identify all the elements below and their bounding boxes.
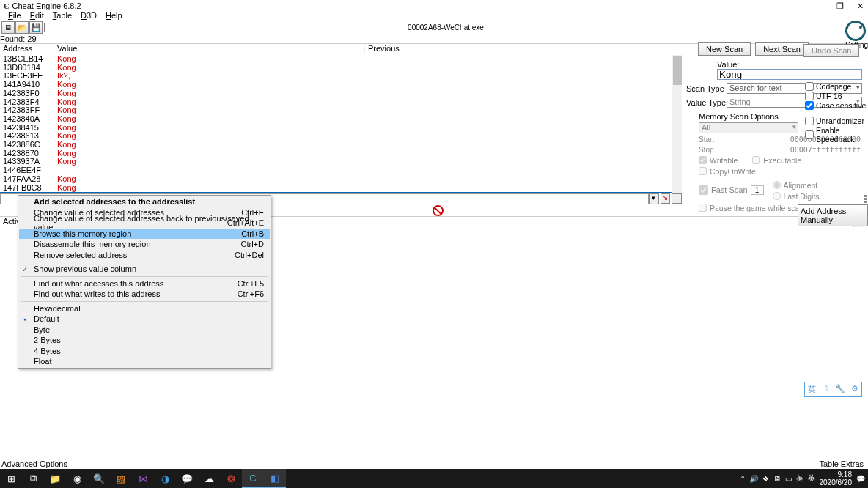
result-row[interactable]: 141A9410Kong (0, 81, 682, 89)
add-address-manually-button[interactable]: Add Address Manually (798, 204, 868, 226)
scan-value-input[interactable] (717, 69, 862, 80)
red-icon[interactable]: ❂ (220, 469, 242, 488)
ctx-float[interactable]: Float (19, 356, 270, 367)
ctx-find-writes[interactable]: Find out what writes to this addressCtrl… (19, 289, 270, 300)
other-app-icon[interactable]: ◧ (264, 469, 286, 488)
next-scan-button[interactable]: Next Scan (755, 42, 809, 56)
advanced-options[interactable]: Advanced Options (1, 459, 67, 469)
pause-check[interactable] (699, 204, 707, 212)
ctx-find-accesses[interactable]: Find out what accesses this addressCtrl+… (19, 278, 270, 289)
explorer-icon[interactable]: 📁 (44, 469, 66, 488)
close-button[interactable]: ✕ (857, 1, 864, 11)
dingtalk-icon[interactable]: ◑ (154, 469, 176, 488)
result-row[interactable]: 13BCEB14Kong (0, 55, 682, 64)
window-title: Cheat Engine 6.8.2 (12, 1, 81, 10)
case-sensitive-check[interactable] (805, 101, 814, 110)
process-display: 00002A68-WeChat.exe (44, 23, 847, 32)
tray-chevron-icon[interactable]: ^ (741, 475, 745, 483)
result-row[interactable]: 14238415Kong (0, 124, 682, 133)
maximize-button[interactable]: ❐ (836, 1, 844, 11)
tray-clock[interactable]: 9:182020/6/20 (820, 470, 853, 487)
result-row[interactable]: 1433937AKong (0, 158, 682, 166)
mso-combo[interactable]: All (699, 122, 798, 133)
fastscan-check[interactable] (699, 185, 708, 195)
side-grip[interactable] (864, 195, 867, 204)
moon-icon: ☽ (822, 384, 829, 395)
tray-net-icon[interactable]: ❖ (762, 475, 769, 483)
ctx-change-value-back[interactable]: Change value of selected addresses back … (19, 218, 270, 229)
result-row[interactable]: 147FB0C8Kong (0, 184, 682, 193)
menu-table[interactable]: Table (48, 11, 76, 21)
speedhack-check[interactable] (805, 130, 814, 139)
result-row[interactable]: 142383FFKong (0, 106, 682, 115)
taskbar: ⊞ ⧉ 📁 ◉ 🔍 ▨ ⋈ ◑ 💬 ☁ ❂ Є ◧ ^ 🔊 ❖ 🖥 ▭ 英 英 … (0, 469, 868, 488)
cheatengine-taskbar-icon[interactable]: Є (242, 469, 264, 488)
search-icon[interactable]: 🔍 (88, 469, 110, 488)
result-row[interactable]: 1446EE4F (0, 166, 682, 175)
menu-d3d[interactable]: D3D (76, 11, 101, 21)
results-list[interactable]: 13BCEB14Kong13D80184Kong13FCF3EEIk?,141A… (0, 55, 682, 193)
wrench-icon: 🔧 (835, 384, 845, 395)
result-row[interactable]: 13D80184Kong (0, 64, 682, 73)
wechat-icon[interactable]: 💬 (176, 469, 198, 488)
undo-scan-button[interactable]: Undo Scan (803, 44, 859, 57)
lastdigits-radio[interactable] (773, 192, 781, 200)
open-process-button[interactable]: 🖥 (1, 21, 15, 34)
ctx-default[interactable]: Default (19, 314, 270, 325)
executable-check[interactable] (752, 156, 760, 164)
table-extras[interactable]: Table Extras (819, 459, 868, 469)
utf16-check[interactable] (805, 92, 814, 100)
tray-ime2[interactable]: 英 (808, 473, 815, 484)
ctx-hexadecimal[interactable]: Hexadecimal (19, 303, 270, 314)
gear-icon: ⚙ (851, 384, 858, 395)
codepage-check[interactable] (805, 82, 814, 91)
results-scrollbar[interactable] (672, 55, 682, 193)
cow-check[interactable] (699, 167, 707, 175)
result-row[interactable]: 142383F4Kong (0, 98, 682, 107)
tray-battery-icon[interactable]: ▭ (785, 475, 792, 483)
fastscan-value[interactable] (751, 185, 764, 195)
chrome-icon[interactable]: ◉ (66, 469, 88, 488)
tool-icon[interactable]: ☁ (198, 469, 220, 488)
ctx-add-to-addresslist[interactable]: Add selected addresses to the addresslis… (19, 196, 270, 207)
ctx-disassemble[interactable]: Disassemble this memory regionCtrl+D (19, 239, 270, 250)
arrow-button[interactable] (661, 193, 671, 204)
save-button[interactable]: 💾 (29, 21, 43, 34)
start-button[interactable]: ⊞ (0, 469, 22, 488)
result-row-selected[interactable]: 5D49 (0, 192, 682, 193)
result-row[interactable]: 1423886CKong (0, 141, 682, 149)
result-row[interactable]: 147FAA28Kong (0, 175, 682, 184)
ime-box[interactable]: 英 ☽ 🔧 ⚙ (804, 382, 862, 397)
tray-monitor-icon[interactable]: 🖥 (773, 475, 781, 483)
vs-icon[interactable]: ⋈ (132, 469, 154, 488)
menu-help[interactable]: Help (101, 11, 127, 21)
result-row[interactable]: 142383F0Kong (0, 89, 682, 98)
alignment-radio[interactable] (773, 181, 781, 189)
writable-check[interactable] (699, 156, 707, 164)
new-scan-button[interactable]: New Scan (698, 42, 751, 56)
ctx-show-previous[interactable]: Show previous value column (19, 264, 270, 275)
ctx-byte[interactable]: Byte (19, 325, 270, 336)
unrandomizer-check[interactable] (805, 117, 814, 125)
result-row[interactable]: 14238613Kong (0, 132, 682, 141)
minimize-button[interactable]: — (815, 1, 823, 11)
result-row[interactable]: 13FCF3EEIk?, (0, 72, 682, 81)
clear-button[interactable] (672, 193, 682, 204)
ctx-4bytes[interactable]: 4 Bytes (19, 346, 270, 357)
value-dropdown-button[interactable]: ▾ (649, 193, 659, 204)
menu-file[interactable]: File (4, 11, 26, 21)
ctx-remove-address[interactable]: Remove selected addressCtrl+Del (19, 250, 270, 261)
tray-notifications-icon[interactable]: 💬 (856, 475, 865, 483)
col-value[interactable]: Value (54, 44, 365, 53)
ctx-browse-memory[interactable]: Browse this memory regionCtrl+B (19, 229, 270, 240)
open-file-button[interactable]: 📂 (15, 21, 29, 34)
result-row[interactable]: 1423840AKong (0, 115, 682, 124)
sublime-icon[interactable]: ▨ (110, 469, 132, 488)
ctx-2bytes[interactable]: 2 Bytes (19, 335, 270, 346)
menu-edit[interactable]: Edit (26, 11, 48, 21)
result-row[interactable]: 14238870Kong (0, 149, 682, 158)
tray-sound-icon[interactable]: 🔊 (749, 475, 758, 483)
col-address[interactable]: Address (0, 44, 54, 53)
taskview-button[interactable]: ⧉ (22, 469, 44, 488)
tray-ime1[interactable]: 英 (796, 473, 803, 484)
